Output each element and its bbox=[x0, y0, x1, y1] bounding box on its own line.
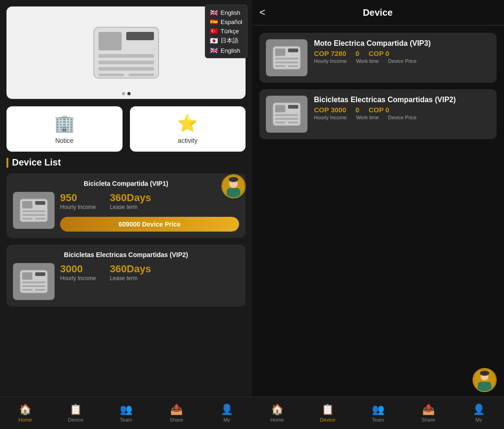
language-dropdown[interactable]: 🇬🇧 English 🇪🇸 Español 🇹🇷 Türkçe 🇯🇵 日本語 🇬… bbox=[205, 5, 247, 58]
detail-stats-row-2: COP 3000 0 COP 0 bbox=[314, 106, 490, 114]
detail-stat-worktime-1: 0 bbox=[356, 49, 359, 57]
svg-rect-36 bbox=[275, 105, 285, 112]
nav-team-right[interactable]: 👥 Team bbox=[353, 397, 403, 429]
notice-label: Notice bbox=[55, 137, 74, 144]
svg-rect-23 bbox=[35, 272, 45, 276]
svg-rect-22 bbox=[22, 272, 32, 280]
flag-uk-2: 🇬🇧 bbox=[210, 47, 218, 54]
lang-english[interactable]: 🇬🇧 English bbox=[210, 8, 242, 17]
detail-stats-row-1: COP 7280 0 COP 0 bbox=[314, 49, 490, 57]
nav-home-left[interactable]: 🏠 Home bbox=[0, 397, 50, 429]
nav-share-left[interactable]: 📤 Share bbox=[151, 397, 202, 429]
home-icon-right: 🏠 bbox=[271, 404, 283, 416]
team-label-right: Team bbox=[372, 417, 384, 423]
device-card-1-body: 950 Hourly Income 360Days Lease term 609… bbox=[13, 192, 239, 232]
detail-thumb-2 bbox=[266, 96, 307, 133]
device-stats-2: 3000 Hourly Income 360Days Lease term bbox=[60, 263, 239, 282]
svg-rect-15 bbox=[22, 201, 32, 208]
svg-point-13 bbox=[229, 177, 238, 182]
share-label-right: Share bbox=[422, 417, 435, 423]
detail-device-svg-1 bbox=[270, 44, 303, 72]
detail-info-1: Moto Electrica Compartida (VIP3) COP 728… bbox=[314, 39, 490, 65]
svg-rect-29 bbox=[275, 49, 285, 56]
stat-income-2: 3000 Hourly Income bbox=[60, 263, 96, 282]
right-content: Moto Electrica Compartida (VIP3) COP 728… bbox=[252, 25, 504, 397]
device-card-2[interactable]: Bicicletas Electricas Compartidas (VIP2) bbox=[6, 245, 246, 306]
device-list-section: Device List Bicicleta Compartida (VIP1) bbox=[0, 157, 252, 397]
device-price-btn-1[interactable]: 609000 Device Price bbox=[60, 217, 239, 232]
svg-rect-5 bbox=[98, 67, 154, 71]
svg-rect-11 bbox=[227, 188, 240, 197]
svg-rect-7 bbox=[129, 74, 154, 76]
my-label-left: My bbox=[223, 417, 230, 423]
detail-stat-income-2: COP 3000 bbox=[314, 106, 346, 114]
svg-rect-1 bbox=[98, 32, 122, 50]
nav-home-right[interactable]: 🏠 Home bbox=[252, 397, 302, 429]
nav-share-right[interactable]: 📤 Share bbox=[403, 397, 454, 429]
quick-actions: 🏢 Notice ⭐ activity bbox=[0, 99, 252, 157]
svg-rect-2 bbox=[126, 32, 154, 40]
svg-rect-33 bbox=[275, 65, 285, 67]
right-title: Device bbox=[273, 7, 483, 18]
svg-rect-37 bbox=[288, 105, 298, 109]
device-label-right: Device bbox=[320, 417, 336, 423]
stat-income-1: 950 Hourly Income bbox=[60, 192, 96, 210]
back-button[interactable]: < bbox=[259, 6, 265, 18]
nav-device-left[interactable]: 📋 Device bbox=[50, 397, 101, 429]
lang-japanese[interactable]: 🇯🇵 日本語 bbox=[210, 36, 242, 46]
lang-turkish[interactable]: 🇹🇷 Türkçe bbox=[210, 26, 242, 36]
svg-rect-17 bbox=[22, 210, 45, 212]
dot-2 bbox=[127, 92, 130, 95]
nav-team-left[interactable]: 👥 Team bbox=[101, 397, 151, 429]
right-bottom-nav: 🏠 Home 📋 Device 👥 Team 📤 Share 👤 My bbox=[252, 397, 504, 429]
flag-jp: 🇯🇵 bbox=[210, 37, 218, 44]
svg-rect-44 bbox=[478, 382, 492, 391]
notice-card[interactable]: 🏢 Notice bbox=[6, 106, 123, 152]
device-info-1: 950 Hourly Income 360Days Lease term 609… bbox=[60, 192, 239, 232]
svg-rect-26 bbox=[22, 289, 32, 291]
svg-rect-19 bbox=[22, 218, 32, 220]
device-icon-left: 📋 bbox=[69, 404, 82, 416]
svg-rect-34 bbox=[288, 65, 298, 67]
detail-thumb-1 bbox=[266, 39, 307, 76]
svg-rect-38 bbox=[275, 114, 298, 116]
device-detail-card-1[interactable]: Moto Electrica Compartida (VIP3) COP 728… bbox=[259, 33, 497, 83]
svg-rect-4 bbox=[98, 61, 154, 64]
nav-device-right[interactable]: 📋 Device bbox=[302, 397, 353, 429]
svg-rect-27 bbox=[35, 289, 45, 291]
share-icon-right: 📤 bbox=[422, 404, 435, 416]
svg-rect-40 bbox=[275, 122, 285, 123]
flag-uk-1: 🇬🇧 bbox=[210, 9, 218, 16]
svg-rect-18 bbox=[22, 214, 45, 216]
activity-icon: ⭐ bbox=[177, 114, 198, 133]
my-icon-left: 👤 bbox=[221, 404, 233, 416]
lang-espanol[interactable]: 🇪🇸 Español bbox=[210, 17, 242, 26]
device-stats-1: 950 Hourly Income 360Days Lease term bbox=[60, 192, 239, 210]
svg-rect-20 bbox=[35, 218, 45, 220]
detail-label-income-1: Hourly Income bbox=[314, 58, 347, 64]
svg-point-45 bbox=[480, 371, 489, 376]
support-avatar-right[interactable] bbox=[473, 368, 497, 392]
section-title: Device List bbox=[6, 157, 246, 168]
lang-english-2[interactable]: 🇬🇧 English bbox=[210, 46, 242, 55]
carousel-device-image bbox=[85, 18, 168, 87]
device-card-2-title: Bicicletas Electricas Compartidas (VIP2) bbox=[13, 251, 239, 258]
share-icon-left: 📤 bbox=[170, 404, 183, 416]
device-card-1[interactable]: Bicicleta Compartida (VIP1) bbox=[6, 173, 246, 238]
svg-rect-16 bbox=[35, 201, 45, 205]
svg-rect-25 bbox=[22, 285, 45, 287]
stat-lease-1: 360Days Lease term bbox=[110, 192, 151, 210]
detail-stat-income-1: COP 7280 bbox=[314, 49, 346, 57]
detail-label-worktime-1: Work time bbox=[356, 58, 379, 64]
support-avatar-left bbox=[221, 174, 246, 198]
my-label-right: My bbox=[475, 417, 482, 423]
svg-rect-32 bbox=[275, 61, 298, 63]
my-icon-right: 👤 bbox=[473, 404, 485, 416]
nav-my-right[interactable]: 👤 My bbox=[454, 397, 504, 429]
activity-card[interactable]: ⭐ activity bbox=[130, 106, 246, 152]
nav-my-left[interactable]: 👤 My bbox=[202, 397, 252, 429]
device-detail-card-2[interactable]: Bicicletas Electricas Compartidas (VIP2)… bbox=[259, 89, 497, 139]
detail-labels-row-2: Hourly Income Work time Device Price bbox=[314, 115, 490, 120]
svg-rect-3 bbox=[98, 54, 154, 58]
flag-tr: 🇹🇷 bbox=[210, 27, 218, 35]
